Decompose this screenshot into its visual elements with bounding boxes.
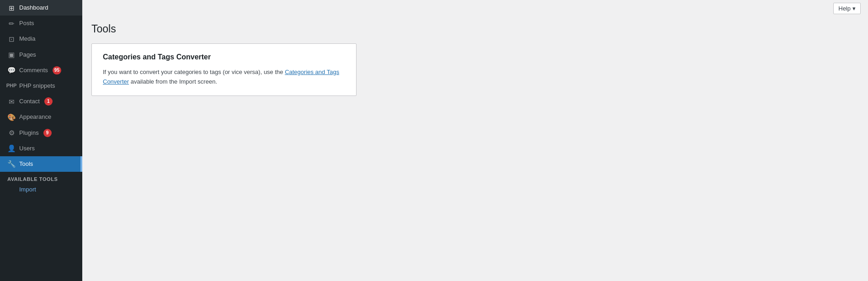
card-title: Categories and Tags Converter xyxy=(103,53,345,61)
pages-icon: ▣ xyxy=(7,51,16,59)
users-icon: 👤 xyxy=(7,144,16,153)
plugins-icon: ⚙ xyxy=(7,129,16,137)
help-chevron-icon: ▾ xyxy=(852,5,856,12)
sidebar-item-label: Contact xyxy=(19,97,40,106)
sidebar-item-label: Pages xyxy=(19,51,36,59)
plugins-badge: 9 xyxy=(43,129,52,137)
main-area: Help ▾ Tools Categories and Tags Convert… xyxy=(82,0,868,281)
sidebar-item-contact[interactable]: ✉ Contact 1 xyxy=(0,94,82,109)
sidebar-item-label: Comments xyxy=(19,66,48,74)
topbar: Help ▾ xyxy=(82,0,868,17)
sidebar-item-label: Users xyxy=(19,144,35,153)
sidebar-item-label: Appearance xyxy=(19,113,51,121)
posts-icon: ✏ xyxy=(7,19,16,27)
sidebar-item-php-snippets[interactable]: PHP PHP snippets xyxy=(0,78,82,94)
php-snippets-icon: PHP xyxy=(7,82,16,90)
help-button[interactable]: Help ▾ xyxy=(833,3,861,14)
sidebar-item-media[interactable]: ⊡ Media xyxy=(0,31,82,47)
contact-icon: ✉ xyxy=(7,97,16,106)
sidebar-item-posts[interactable]: ✏ Posts xyxy=(0,16,82,31)
sidebar-item-appearance[interactable]: 🎨 Appearance xyxy=(0,109,82,125)
sidebar-item-label: Tools xyxy=(19,160,33,168)
sidebar-section-available-tools: Available Tools xyxy=(0,172,82,184)
sidebar-item-dashboard[interactable]: ⊞ Dashboard xyxy=(0,0,82,16)
sidebar-item-pages[interactable]: ▣ Pages xyxy=(0,47,82,63)
dashboard-icon: ⊞ xyxy=(7,4,16,12)
sidebar-item-label: Media xyxy=(19,35,35,43)
sidebar-item-tools[interactable]: 🔧 Tools xyxy=(0,156,82,172)
sidebar-item-users[interactable]: 👤 Users xyxy=(0,141,82,156)
card-body: If you want to convert your categories t… xyxy=(103,68,345,87)
media-icon: ⊡ xyxy=(7,35,16,43)
sidebar: ⊞ Dashboard ✏ Posts ⊡ Media ▣ Pages 💬 Co… xyxy=(0,0,82,281)
sidebar-item-label: PHP snippets xyxy=(19,82,55,90)
card-body-prefix: If you want to convert your categories t… xyxy=(103,69,285,75)
tools-icon: 🔧 xyxy=(7,160,16,168)
help-button-label: Help xyxy=(838,5,851,12)
comments-badge: 95 xyxy=(53,66,61,74)
sidebar-subitem-import[interactable]: Import xyxy=(0,184,82,195)
appearance-icon: 🎨 xyxy=(7,113,16,121)
main-content: Tools Categories and Tags Converter If y… xyxy=(82,17,868,281)
card-body-suffix: available from the Import screen. xyxy=(129,78,217,85)
sidebar-item-label: Plugins xyxy=(19,129,39,137)
sidebar-item-plugins[interactable]: ⚙ Plugins 9 xyxy=(0,125,82,141)
contact-badge: 1 xyxy=(44,97,53,106)
sidebar-item-label: Dashboard xyxy=(19,4,48,12)
page-title: Tools xyxy=(91,22,859,36)
sidebar-item-label: Posts xyxy=(19,19,34,27)
sidebar-item-comments[interactable]: 💬 Comments 95 xyxy=(0,63,82,78)
comments-icon: 💬 xyxy=(7,66,16,74)
categories-tags-converter-card: Categories and Tags Converter If you wan… xyxy=(91,43,357,96)
sidebar-subitem-import-label: Import xyxy=(19,186,36,193)
